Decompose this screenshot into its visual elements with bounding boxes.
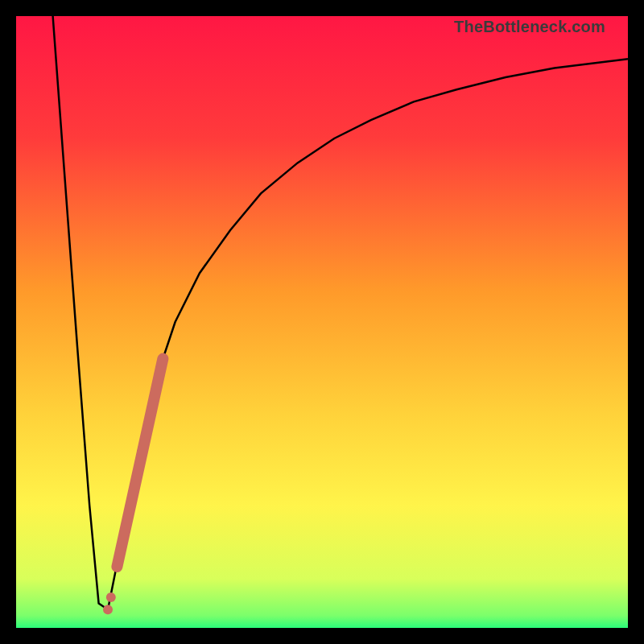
highlighted-range xyxy=(117,359,163,567)
overlay-dot xyxy=(103,605,113,614)
chart-svg xyxy=(16,16,628,628)
overlay-dot xyxy=(106,592,116,602)
plot-area: TheBottleneck.com xyxy=(16,16,628,628)
chart-frame: TheBottleneck.com xyxy=(0,0,644,644)
bottleneck-curve xyxy=(53,16,628,609)
